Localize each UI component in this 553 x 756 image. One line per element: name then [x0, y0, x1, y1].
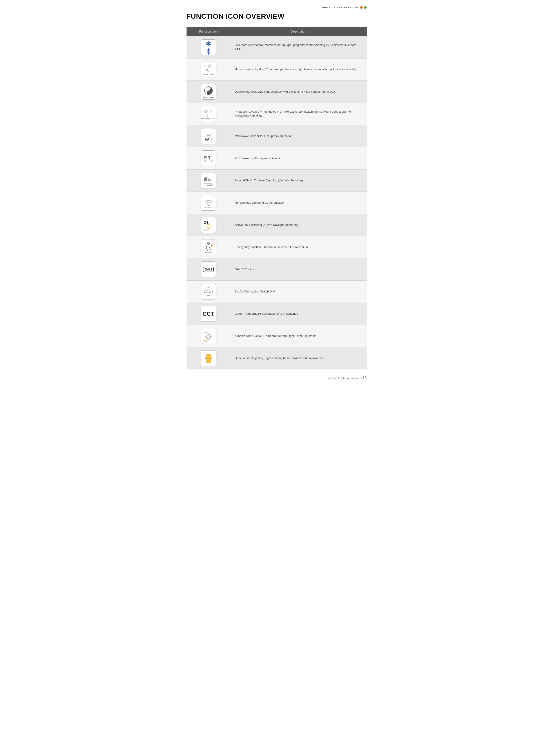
col-description: Description [230, 26, 367, 36]
svg-text:HF: HF [205, 138, 209, 141]
hf-sensor-icon: HF [201, 128, 216, 144]
svg-line-44 [211, 247, 213, 247]
table-row: Human Centric Human centric lighting. Co… [186, 59, 367, 81]
svg-text:sensorDIM™: sensorDIM™ [206, 184, 215, 186]
svg-point-8 [208, 92, 209, 93]
desc-daylight-harvest: Daylight harvest. LED light changes with… [230, 81, 367, 103]
svg-text:h: h [210, 221, 211, 223]
desc-bluetooth: Bluetooth APP control. Wireless set-up, … [230, 36, 367, 59]
table-row: CCT Colour Temperature Selectable by DIP… [186, 303, 367, 325]
bluetooth-icon: ✱ [201, 40, 216, 55]
footer-text: Intelligent Lighting Solutions / [328, 377, 362, 380]
sensordim-icon: 100% Dim Off sensorDIM™ [201, 173, 216, 189]
icon-cell [186, 347, 230, 369]
svg-point-19 [206, 114, 208, 115]
table-row: 24 h Daylight Monitoring Active Lux Swit… [186, 214, 367, 236]
desc-hf: Microwave Sensor for Occupancy Detection [230, 125, 367, 147]
svg-rect-26 [208, 180, 211, 181]
svg-point-14 [209, 110, 212, 112]
svg-text:100%: 100% [204, 177, 208, 178]
top-header: FUNCTION ICON OVERVIEW [186, 4, 367, 12]
icon-cell: HF [186, 125, 230, 147]
desc-pir: PIR Sensor for Occupancy Detection [230, 147, 367, 169]
svg-text:Off: Off [204, 182, 206, 183]
table-row: DALI DALI 2 Control [186, 258, 367, 281]
1-10v-icon: 1~10V dimming [201, 284, 216, 299]
rf-wireless-icon: RF WIRELESS [201, 195, 216, 211]
svg-point-34 [207, 224, 210, 228]
cct-text: CCT [203, 311, 214, 317]
pir-sensor-icon: PIR [201, 150, 216, 166]
svg-text:24: 24 [204, 220, 208, 225]
table-row: 6000k 2700k Tunable White Tunable white.… [186, 325, 367, 347]
svg-text:Daylight: Daylight [204, 229, 209, 231]
daylight-harvest-icon: Daylight Harvest [201, 84, 216, 99]
svg-point-21 [211, 139, 212, 140]
table-row: HF Microwave Sensor for Occupancy Detect… [186, 125, 367, 147]
desc-human-centric: Human centric lighting. Colour temperatu… [230, 59, 367, 81]
icon-label: Human Centric [203, 74, 214, 76]
svg-line-42 [211, 244, 212, 245]
svg-text:2700k: 2700k [204, 340, 208, 342]
table-row: Photocell Advance™ Photocell Advance™ Te… [186, 103, 367, 125]
photocell-advance-icon: Photocell Advance™ [201, 106, 216, 122]
svg-point-51 [206, 335, 211, 339]
svg-marker-58 [206, 358, 212, 363]
icon-cell: CCT [186, 303, 230, 325]
desc-rf: RF Wireless Grouping Communication [230, 192, 367, 214]
desc-1-10v: 1~10V Dimmable / Switch DIM [230, 281, 367, 303]
svg-point-30 [208, 205, 209, 206]
table-row: RF WIRELESS RF Wireless Grouping Communi… [186, 192, 367, 214]
bluetooth-svg [205, 48, 213, 55]
svg-text:RF WIRELESS: RF WIRELESS [205, 207, 215, 208]
svg-text:Dim: Dim [208, 178, 210, 180]
icon-cell: Photocell Advance™ [186, 103, 230, 125]
icon-cell: 24 h Daylight Monitoring [186, 214, 230, 236]
human-centric-icon: Human Centric [201, 62, 216, 77]
desc-emergency: Emergency function, 3h duration in case … [230, 236, 367, 258]
svg-point-5 [206, 69, 208, 70]
footer: Intelligent Lighting Solutions / 10 [186, 376, 367, 380]
icon-cell: Human Centric [186, 59, 230, 81]
function-icon-table: Function Icon Description ✱ Bluetooth AP… [186, 26, 367, 369]
top-header-text: FUNCTION ICON OVERVIEW [321, 6, 359, 9]
table-row: Daylight Harvest Daylight harvest. LED l… [186, 81, 367, 103]
table-row: Emergency Emergency function, 3h duratio… [186, 236, 367, 258]
svg-point-7 [208, 88, 209, 89]
icon-cell: 6000k 2700k Tunable White [186, 325, 230, 347]
svg-point-41 [208, 242, 210, 245]
desc-24h: Active Lux Switching (or 24h Daylight Mo… [230, 214, 367, 236]
tunable-white-icon: 6000k 2700k Tunable White [201, 328, 216, 344]
icon-cell: PIR [186, 147, 230, 169]
icon-cell: 100% Dim Off sensorDIM™ [186, 169, 230, 192]
page-title: FUNCTION ICON OVERVIEW [186, 12, 367, 20]
svg-text:PIR: PIR [204, 156, 210, 160]
emergency-icon: Emergency [201, 239, 216, 255]
icon-cell: 1~10V dimming [186, 281, 230, 303]
table-row: 1~10V dimming 1~10V Dimmable / Switch DI… [186, 281, 367, 303]
green-dot [364, 6, 367, 9]
table-row: ✱ Bluetooth APP control. Wireless set-up… [186, 36, 367, 59]
page-number: 10 [363, 376, 367, 380]
cct-icon: CCT [201, 306, 216, 322]
svg-text:1~10V: 1~10V [205, 289, 210, 292]
table-row: 100% Dim Off sensorDIM™ SensorDIM™. Tri-… [186, 169, 367, 192]
desc-tunable-white: Tunable white. Colour Temperature and Li… [230, 325, 367, 347]
svg-point-0 [209, 65, 211, 67]
col-function-icon: Function Icon [186, 26, 230, 36]
desc-direct-indirect: Direct/indirect lighting. Light emitting… [230, 347, 367, 369]
24h-monitoring-icon: 24 h Daylight Monitoring [201, 217, 216, 233]
svg-point-46 [205, 288, 213, 295]
svg-marker-57 [206, 354, 212, 358]
dali-icon: DALI [201, 262, 216, 277]
svg-rect-24 [204, 178, 208, 181]
orange-dot [360, 6, 363, 9]
svg-point-9 [205, 111, 207, 113]
svg-line-43 [211, 245, 213, 246]
icon-cell: Daylight Harvest [186, 81, 230, 103]
icon-cell: RF WIRELESS [186, 192, 230, 214]
svg-rect-28 [204, 183, 212, 184]
desc-cct: Colour Temperature Selectable by DIP Swi… [230, 303, 367, 325]
svg-text:Emergency: Emergency [205, 252, 213, 253]
table-row: PIR PIR Sensor for Occupancy Detection [186, 147, 367, 169]
